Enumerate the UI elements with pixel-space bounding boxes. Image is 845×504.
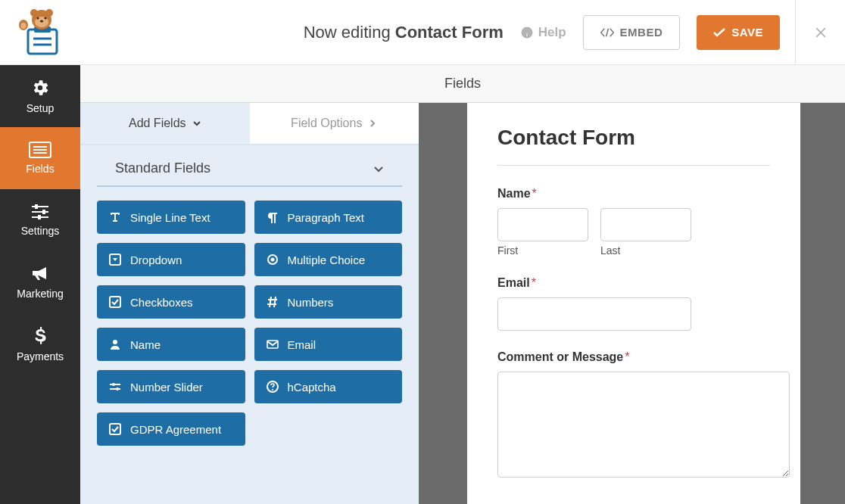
field-gdpr[interactable]: GDPR Agreement: [97, 412, 245, 446]
top-bar: Now editing Contact Form Help EMBED SAVE: [0, 0, 845, 65]
user-icon: [109, 338, 121, 350]
bullhorn-icon: [30, 265, 50, 283]
tab-field-options-label: Field Options: [291, 117, 362, 130]
first-sublabel: First: [497, 244, 588, 257]
sidebar: Setup Fields Settings Marketing Payments: [0, 65, 80, 504]
field-label: Checkboxes: [130, 296, 193, 309]
right-panel: Contact Form Name* First Last: [419, 103, 845, 504]
field-number-slider[interactable]: Number Slider: [97, 370, 245, 403]
field-single-line-text[interactable]: Single Line Text: [97, 201, 245, 234]
svg-point-32: [112, 383, 115, 386]
check-icon: [713, 28, 725, 37]
question-icon: [267, 381, 279, 393]
field-grid: Single Line Text Paragraph Text Dropdown…: [80, 187, 419, 446]
wpforms-logo: [13, 8, 67, 57]
field-hcaptcha[interactable]: hCaptcha: [254, 370, 403, 403]
sidebar-item-marketing[interactable]: Marketing: [0, 251, 80, 313]
last-sublabel: Last: [600, 244, 691, 257]
fields-icon: [29, 142, 51, 158]
sliders-icon: [30, 204, 50, 220]
svg-point-5: [30, 9, 38, 17]
checkbox-icon: [109, 296, 121, 308]
help-icon: [520, 26, 534, 39]
sidebar-item-settings[interactable]: Settings: [0, 189, 80, 251]
sidebar-label-setup: Setup: [27, 102, 55, 114]
main: Setup Fields Settings Marketing Payments…: [0, 65, 845, 504]
dollar-icon: [33, 326, 47, 346]
content-area: Fields Add Fields Field Options Standard…: [80, 65, 845, 504]
last-name-col: Last: [600, 208, 691, 257]
email-row: Email*: [497, 276, 770, 331]
now-editing-text: Now editing Contact Form: [304, 23, 504, 42]
help-label: Help: [538, 25, 566, 40]
field-email[interactable]: Email: [254, 328, 403, 361]
svg-rect-0: [28, 30, 57, 54]
now-editing-prefix: Now editing: [304, 23, 395, 42]
svg-line-13: [606, 28, 608, 36]
tab-add-fields[interactable]: Add Fields: [80, 103, 250, 144]
checkbox-icon: [109, 423, 121, 435]
help-link[interactable]: Help: [520, 25, 566, 40]
sidebar-item-setup[interactable]: Setup: [0, 65, 80, 127]
svg-rect-23: [38, 215, 41, 219]
save-button[interactable]: SAVE: [697, 15, 780, 50]
sidebar-item-payments[interactable]: Payments: [0, 313, 80, 375]
hash-icon: [267, 296, 279, 308]
comment-row: Comment or Message*: [497, 350, 770, 481]
tab-field-options[interactable]: Field Options: [250, 103, 419, 144]
comment-textarea[interactable]: [497, 372, 790, 478]
preview-card: Contact Form Name* First Last: [467, 103, 800, 504]
last-name-input[interactable]: [600, 208, 691, 241]
field-label: Number Slider: [130, 381, 203, 394]
embed-button[interactable]: EMBED: [583, 15, 681, 50]
field-checkboxes[interactable]: Checkboxes: [97, 285, 245, 319]
chevron-down-icon: [373, 163, 384, 174]
tab-add-fields-label: Add Fields: [129, 117, 186, 130]
field-label: Name: [130, 338, 161, 351]
left-panel: Add Fields Field Options Standard Fields: [80, 103, 419, 504]
svg-point-27: [270, 258, 274, 262]
sidebar-label-payments: Payments: [17, 350, 64, 362]
close-icon[interactable]: [812, 24, 829, 41]
field-paragraph-text[interactable]: Paragraph Text: [254, 201, 403, 234]
section-standard-fields[interactable]: Standard Fields: [97, 145, 402, 187]
field-name[interactable]: Name: [97, 328, 245, 361]
preview-title: Contact Form: [497, 126, 770, 166]
logo-area: [0, 0, 80, 64]
svg-point-29: [113, 340, 117, 344]
sidebar-item-fields[interactable]: Fields: [0, 127, 80, 189]
slider-icon: [109, 381, 121, 393]
email-label: Email*: [497, 276, 770, 290]
field-label: Single Line Text: [130, 211, 210, 224]
close-area: [795, 0, 845, 64]
paragraph-icon: [267, 211, 279, 223]
svg-marker-25: [113, 258, 117, 261]
first-name-input[interactable]: [497, 208, 588, 241]
required-marker: *: [532, 276, 536, 289]
email-label-text: Email: [497, 276, 530, 289]
fields-heading: Fields: [80, 65, 845, 103]
svg-point-10: [40, 20, 43, 22]
svg-point-36: [272, 389, 273, 390]
field-numbers[interactable]: Numbers: [254, 285, 403, 319]
svg-rect-37: [110, 424, 120, 434]
gear-icon: [30, 78, 50, 98]
left-tabs: Add Fields Field Options: [80, 103, 419, 145]
svg-point-6: [45, 9, 53, 17]
svg-point-8: [36, 17, 39, 19]
field-label: Multiple Choice: [288, 254, 366, 266]
chevron-right-icon: [368, 119, 377, 128]
required-marker: *: [532, 187, 537, 200]
required-marker: *: [625, 350, 629, 363]
embed-icon: [600, 27, 614, 38]
name-label: Name*: [497, 187, 770, 201]
email-input[interactable]: [497, 297, 691, 331]
sidebar-label-marketing: Marketing: [17, 288, 63, 300]
sidebar-label-settings: Settings: [21, 225, 60, 237]
field-label: GDPR Agreement: [130, 423, 221, 436]
field-dropdown[interactable]: Dropdown: [97, 243, 245, 276]
field-label: Email: [288, 338, 316, 351]
field-multiple-choice[interactable]: Multiple Choice: [254, 243, 403, 276]
save-label: SAVE: [731, 26, 763, 39]
svg-rect-28: [110, 297, 120, 307]
